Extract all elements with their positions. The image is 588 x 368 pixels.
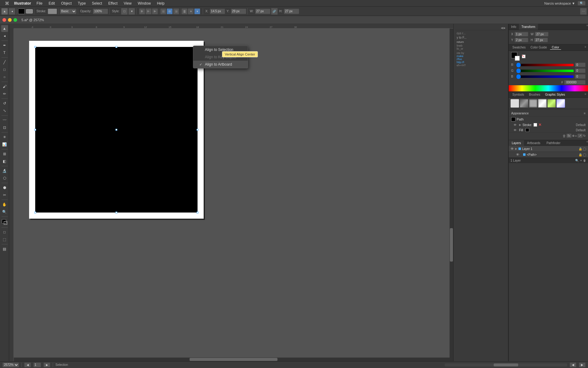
menu-select[interactable]: Select [89,0,105,7]
path-layer-row[interactable]: 👁 <Path> 🔒 ◯ [509,152,588,158]
distribute-horiz-btn[interactable]: ||| [181,8,187,14]
page-next-btn[interactable]: ▶ [43,362,50,367]
search-bar[interactable]: 🔍 [578,1,586,6]
apple-menu[interactable]: ⌘ [2,1,12,6]
align-options-btn active-dd[interactable]: ▾ [194,8,200,14]
x-input[interactable] [210,9,225,14]
tool-free-transform[interactable]: ⊡ [1,124,8,131]
r-slider[interactable] [516,64,574,66]
page-number-input[interactable] [33,362,41,367]
layer-add-icon[interactable]: + [580,159,582,162]
menu-window[interactable]: Window [135,0,154,7]
b-value[interactable] [575,74,586,79]
v-scroll-thumb[interactable] [450,228,453,262]
sel-handle-mr[interactable] [197,129,198,131]
layer-delete-icon[interactable]: 🗑 [583,159,586,162]
layer-1-circle[interactable]: ◯ [583,147,586,151]
stroke-color-ap[interactable] [533,123,537,127]
opacity-input[interactable] [93,9,108,14]
tool-rotate[interactable]: ↺ [1,100,8,107]
artboard-container[interactable] [29,41,204,219]
none-indicator[interactable] [522,54,526,59]
style-options-btn[interactable]: ▾ [128,8,135,15]
hex-input[interactable] [564,80,586,85]
tool-scale[interactable]: ⤡ [1,107,8,114]
distribute-vert-btn[interactable]: ≡ [188,8,194,14]
align-to-artboard-item[interactable]: ✓ Align to Artboard [193,61,248,68]
style-swatch-4[interactable] [538,99,547,108]
sel-handle-mc[interactable] [115,129,117,131]
minimize-btn[interactable] [8,18,12,22]
artboard-content[interactable] [35,47,198,213]
close-btn[interactable] [2,18,6,22]
menu-type[interactable]: Type [75,0,89,7]
constrain-btn[interactable]: 🔗 [271,8,278,15]
tab-color-guide[interactable]: Color Guide [529,45,548,50]
fill-eye-icon[interactable]: 👁 [514,128,518,132]
x-coord-input[interactable] [514,32,528,36]
ap-trash-icon[interactable]: 🗑 [563,134,566,138]
menu-help[interactable]: Help [154,0,168,7]
ap-refresh-icon[interactable]: ↻ [583,134,586,137]
layer-1-toggle[interactable]: ▶ [515,147,517,150]
style-swatch-1[interactable] [511,99,519,108]
zoom-select[interactable]: 2572% [2,362,19,367]
menu-edit[interactable]: Edit [46,0,58,7]
style-swatch-5[interactable] [547,99,556,108]
tool-mesh[interactable]: ⊞ [1,151,8,157]
tool-symbol-spray[interactable]: ✳ [1,134,8,140]
color-panel-arrow[interactable]: ≡ [585,45,586,50]
tab-transform[interactable]: Transform [519,24,538,30]
background-swatch[interactable] [515,56,520,61]
fill-color-ap[interactable] [526,128,529,132]
canvas-content[interactable]: Align to Selection Align to Key Object ✓… [14,29,453,361]
artboard[interactable] [29,41,204,219]
transform-panel-arrow[interactable]: ≡ [586,24,588,30]
tool-draw-inside[interactable]: ⬚ [1,236,8,243]
align-horiz-left-btn[interactable]: ⊪ [139,8,145,14]
layer-1-eye[interactable]: 👁 [511,147,514,151]
canvas-area[interactable]: -3 0 3 6 9 12 15 18 21 24 27 30 [9,24,453,361]
ap-duplicate-icon[interactable]: ⊕ [572,134,575,137]
menu-view[interactable]: View [121,0,135,7]
tool-warp[interactable]: 〰 [1,117,8,124]
panel-collapse-btn[interactable]: ◀ [501,26,503,29]
appearance-menu-icon[interactable]: ≡ [584,112,586,115]
align-horiz-right-btn[interactable]: ⊫ [152,8,158,14]
style-swatch-3[interactable] [529,99,537,108]
h-coord-input[interactable] [534,38,548,42]
stroke-eye-icon[interactable]: 👁 [514,123,518,127]
tool-brush[interactable]: 🖌 [1,83,8,90]
tab-artboards[interactable]: Artboards [524,140,543,146]
align-vert-top-btn[interactable]: ⍇ [160,8,166,14]
path-layer-lock[interactable]: 🔒 [579,153,582,156]
ap-add-icon[interactable]: + [575,134,577,138]
stroke-color-btn[interactable] [26,9,33,13]
align-horiz-center-btn[interactable]: ⊩ [145,8,152,14]
tab-brushes[interactable]: Brushes [527,93,542,97]
y-coord-input[interactable] [514,38,528,42]
tool-pen[interactable]: ✒ [1,42,8,49]
bottom-scroll-thumb[interactable] [494,363,518,366]
style-btn[interactable]: □ [121,8,128,15]
align-vert-bottom-btn[interactable]: ⍈ [173,8,179,14]
tool-eyedropper[interactable]: 🔬 [1,167,8,174]
tab-pathfinder[interactable]: Pathfinder [543,140,564,146]
vertical-scrollbar[interactable] [450,29,453,361]
menu-file[interactable]: File [33,0,45,7]
stroke-swatch[interactable] [4,221,7,225]
layers-panel-arrow[interactable]: ≡ [586,140,588,146]
tool-blend[interactable]: ⬡ [1,175,8,182]
layer-1-row[interactable]: 👁 ▶ Layer 1 🔒 ◯ [509,146,588,152]
tool-zoom[interactable]: 🔍 [1,209,8,215]
tool-screen-mode[interactable]: ▤ [1,246,8,252]
horizontal-scrollbar[interactable] [14,358,453,361]
maximize-btn[interactable] [13,18,17,22]
tool-normal-mode[interactable]: □ [1,229,8,236]
path-layer-circle[interactable]: ◯ [583,153,586,156]
path-color-swatch[interactable] [511,117,515,121]
w-coord-input[interactable] [535,32,548,36]
layer-search-icon[interactable]: 🔍 [575,159,579,162]
w-input[interactable] [255,9,270,14]
tool-column-graph[interactable]: 📊 [1,141,8,148]
